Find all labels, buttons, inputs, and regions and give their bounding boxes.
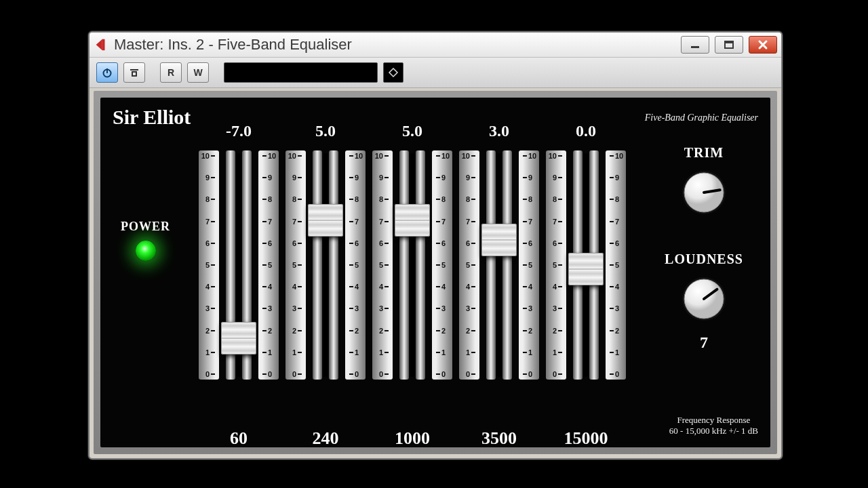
scale-right: 109876543210 xyxy=(519,150,539,380)
slider-area: 109876543210 109876543210 xyxy=(459,146,539,384)
power-section: POWER xyxy=(121,220,170,261)
slider-thumb[interactable] xyxy=(221,322,256,354)
gain-readout: 5.0 xyxy=(285,122,366,144)
toolbar-icon-2 xyxy=(129,68,140,77)
slider-thumb[interactable] xyxy=(395,204,430,237)
scale-right: 109876543210 xyxy=(432,150,452,380)
knob-section: TRIM LOUDNESS 7 xyxy=(656,145,751,352)
scale-right: 109876543210 xyxy=(258,150,279,380)
scale-left: 109876543210 xyxy=(199,150,219,380)
svg-rect-1 xyxy=(691,46,699,48)
scale-left: 109876543210 xyxy=(546,150,566,380)
svg-rect-0 xyxy=(102,39,105,51)
scale-left: 109876543210 xyxy=(372,150,393,380)
gain-readout: 5.0 xyxy=(372,122,452,144)
slider-track[interactable] xyxy=(570,150,601,380)
bypass-button[interactable] xyxy=(96,62,118,83)
slider-thumb[interactable] xyxy=(481,224,517,256)
app-icon xyxy=(94,37,108,52)
read-automation-button[interactable]: R xyxy=(160,62,182,83)
slider-area: 109876543210 109876543210 xyxy=(199,146,279,384)
scale-right: 109876543210 xyxy=(606,150,626,380)
scale-left: 109876543210 xyxy=(285,150,306,380)
slider-area: 109876543210 109876543210 xyxy=(546,146,626,384)
band-frequency: 15000 xyxy=(546,428,626,449)
trim-label: TRIM xyxy=(656,145,751,161)
plugin-subtitle: Five-Band Graphic Equaliser xyxy=(645,113,758,123)
svg-rect-7 xyxy=(132,72,136,76)
write-automation-button[interactable]: W xyxy=(187,62,209,83)
window-controls xyxy=(681,36,777,54)
band-frequency: 3500 xyxy=(459,428,539,449)
preset-name-field[interactable] xyxy=(224,62,378,83)
slider-track[interactable] xyxy=(223,150,254,380)
diamond-icon xyxy=(388,67,399,78)
toolbar-button-2[interactable] xyxy=(123,62,145,83)
minimize-button[interactable] xyxy=(681,36,709,54)
gain-readout: 0.0 xyxy=(546,122,626,144)
frequency-response-text: Frequency Response 60 - 15,000 kHz +/- 1… xyxy=(669,415,758,437)
slider-track[interactable] xyxy=(484,150,515,380)
eq-band-3: 5.0 109876543210 109876543210 1000 xyxy=(372,122,452,420)
close-icon xyxy=(757,39,768,50)
svg-rect-6 xyxy=(130,69,138,70)
power-led[interactable] xyxy=(136,241,156,261)
svg-rect-3 xyxy=(725,41,733,43)
eq-band-2: 5.0 109876543210 109876543210 240 xyxy=(285,122,366,420)
slider-thumb[interactable] xyxy=(308,204,343,237)
gain-readout: -7.0 xyxy=(199,122,279,144)
plugin-brand: Sir Elliot xyxy=(113,106,191,129)
minimize-icon xyxy=(690,41,701,49)
loudness-readout: 7 xyxy=(656,333,751,352)
band-frequency: 240 xyxy=(285,428,366,449)
band-frequency: 60 xyxy=(199,428,279,449)
band-frequency: 1000 xyxy=(372,428,452,449)
slider-area: 109876543210 109876543210 xyxy=(285,146,366,384)
preset-menu-button[interactable] xyxy=(383,62,403,83)
loudness-label: LOUDNESS xyxy=(656,251,751,267)
plugin-window: Master: Ins. 2 - Five-Band Equaliser R W xyxy=(88,31,783,460)
host-toolbar: R W xyxy=(90,58,781,88)
loudness-knob[interactable] xyxy=(680,275,728,323)
slider-track[interactable] xyxy=(310,150,341,380)
slider-area: 109876543210 109876543210 xyxy=(372,146,452,384)
maximize-button[interactable] xyxy=(715,36,743,54)
plugin-host-area: Sir Elliot Five-Band Graphic Equaliser P… xyxy=(94,91,777,454)
power-label: POWER xyxy=(121,220,170,234)
close-button[interactable] xyxy=(749,36,777,54)
window-title: Master: Ins. 2 - Five-Band Equaliser xyxy=(114,36,681,54)
gain-readout: 3.0 xyxy=(459,122,539,144)
eq-band-5: 0.0 109876543210 109876543210 15000 xyxy=(546,122,626,420)
scale-right: 109876543210 xyxy=(345,150,366,380)
slider-thumb[interactable] xyxy=(568,253,604,285)
power-icon xyxy=(102,67,113,78)
maximize-icon xyxy=(724,40,734,49)
plugin-gui: Sir Elliot Five-Band Graphic Equaliser P… xyxy=(100,98,770,447)
scale-left: 109876543210 xyxy=(459,150,479,380)
titlebar[interactable]: Master: Ins. 2 - Five-Band Equaliser xyxy=(90,33,781,58)
eq-band-1: -7.0 109876543210 109876543210 60 xyxy=(199,122,279,420)
eq-bands: -7.0 109876543210 109876543210 60 5.0 10… xyxy=(199,122,626,420)
eq-band-4: 3.0 109876543210 109876543210 3500 xyxy=(459,122,539,420)
slider-track[interactable] xyxy=(397,150,428,380)
trim-knob[interactable] xyxy=(680,169,728,216)
